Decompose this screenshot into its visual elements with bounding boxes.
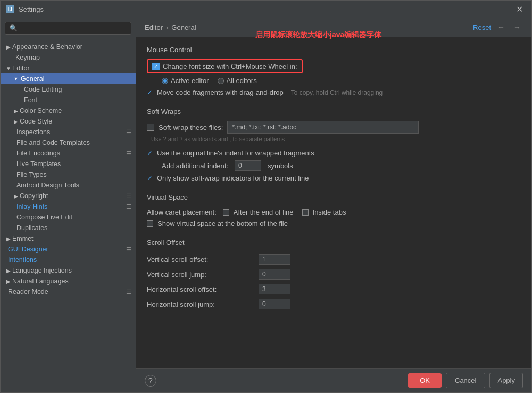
sidebar-item-android-design-tools[interactable]: Android Design Tools <box>1 180 136 191</box>
cancel-button[interactable]: Cancel <box>446 373 485 388</box>
move-code-label: Move code fragments with drag-and-drop <box>157 88 284 96</box>
sidebar-item-code-editing[interactable]: Code Editing <box>1 84 136 95</box>
sidebar-item-label: Code Style <box>20 118 52 125</box>
sidebar-item-file-types[interactable]: File Types <box>1 169 136 180</box>
expand-icon: ▶ <box>5 268 12 274</box>
sidebar-item-inlay-hints[interactable]: Inlay Hints ☰ <box>1 201 136 212</box>
sidebar-item-keymap[interactable]: Keymap <box>1 52 136 63</box>
additional-indent-input[interactable] <box>235 160 261 171</box>
sidebar-item-inspections[interactable]: Inspections ☰ <box>1 127 136 137</box>
horizontal-jump-label: Horizontal scroll jump: <box>147 300 259 308</box>
sidebar-item-label: Language Injections <box>12 267 72 274</box>
all-editors-radio[interactable] <box>218 78 224 84</box>
inside-tabs-checkbox[interactable] <box>302 209 309 216</box>
soft-wrap-files-row: Soft-wrap these files: <box>147 121 521 134</box>
titlebar: IJ Settings ✕ <box>1 1 531 18</box>
breadcrumb: Editor › General <box>145 23 196 31</box>
breadcrumb-separator: › <box>166 23 168 31</box>
sidebar-item-color-scheme[interactable]: ▶ Color Scheme <box>1 105 136 116</box>
horizontal-scroll-offset-row: Horizontal scroll offset: <box>147 282 521 297</box>
original-indent-checkmark: ✓ <box>147 149 153 157</box>
apply-button[interactable]: Apply <box>489 373 523 388</box>
expand-icon: ▶ <box>12 119 20 125</box>
sidebar-item-file-code-templates[interactable]: File and Code Templates <box>1 137 136 148</box>
soft-wrap-hint: Use ? and ? as wildcards and , to separa… <box>147 135 521 144</box>
change-font-label: Change font size with Ctrl+Mouse Wheel i… <box>163 62 297 70</box>
sidebar-item-copyright[interactable]: ▶ Copyright ☰ <box>1 191 136 201</box>
allow-caret-row: Allow caret placement: After the end of … <box>147 207 521 218</box>
titlebar-left: IJ Settings <box>6 5 44 13</box>
move-code-row: ✓ Move code fragments with drag-and-drop… <box>147 87 521 98</box>
move-code-hint: To copy, hold Ctrl while dragging <box>291 89 383 96</box>
badge-icon: ☰ <box>126 150 131 157</box>
sidebar-item-general[interactable]: ▼ General <box>1 73 136 84</box>
ok-button[interactable]: OK <box>408 373 442 388</box>
vertical-jump-input[interactable] <box>259 269 290 280</box>
active-editor-radio[interactable] <box>162 78 168 84</box>
forward-button[interactable]: → <box>511 22 523 32</box>
change-font-row: ✓ Change font size with Ctrl+Mouse Wheel… <box>147 59 521 73</box>
sidebar-item-editor[interactable]: ▼ Editor <box>1 63 136 73</box>
virtual-space-title: Virtual Space <box>147 193 521 201</box>
help-button[interactable]: ? <box>145 375 156 387</box>
sidebar-item-label: Keymap <box>15 54 40 61</box>
sidebar-item-live-templates[interactable]: Live Templates <box>1 159 136 169</box>
sidebar-item-intentions[interactable]: Intentions <box>1 255 136 265</box>
all-editors-radio-item[interactable]: All editors <box>218 77 257 85</box>
expand-icon: ▼ <box>5 66 12 71</box>
back-button[interactable]: ← <box>495 22 507 32</box>
sidebar-item-duplicates[interactable]: Duplicates <box>1 223 136 233</box>
soft-wrap-input[interactable] <box>227 121 419 134</box>
soft-wrap-indicators-label: Only show soft-wrap indicators for the c… <box>157 174 309 182</box>
sidebar-item-natural-languages[interactable]: ▶ Natural Languages <box>1 276 136 286</box>
move-code-checkmark: ✓ <box>147 88 153 96</box>
sidebar-item-gui-designer[interactable]: GUI Designer ☰ <box>1 244 136 255</box>
expand-icon: ▶ <box>5 44 12 50</box>
editor-radio-group: Active editor All editors <box>147 77 521 85</box>
sidebar-item-label: Code Editing <box>24 86 62 93</box>
sidebar-item-label: Natural Languages <box>12 277 69 285</box>
active-editor-label: Active editor <box>171 77 209 85</box>
horizontal-offset-label: Horizontal scroll offset: <box>147 285 259 293</box>
show-virtual-checkbox[interactable] <box>147 220 153 227</box>
badge-icon: ☰ <box>126 246 131 253</box>
vertical-offset-input[interactable] <box>259 254 290 265</box>
allow-caret-label: Allow caret placement: <box>147 208 217 216</box>
search-input[interactable] <box>5 22 131 35</box>
soft-wrap-checkbox[interactable] <box>147 124 154 131</box>
additional-indent-label: Add additional indent: <box>162 162 228 170</box>
sidebar-item-language-injections[interactable]: ▶ Language Injections <box>1 265 136 276</box>
change-font-highlighted-box: ✓ Change font size with Ctrl+Mouse Wheel… <box>147 59 303 73</box>
sidebar-item-label: Inlay Hints <box>16 203 47 210</box>
sidebar-item-label: General <box>21 75 44 83</box>
badge-icon: ☰ <box>126 203 131 210</box>
after-end-checkbox[interactable] <box>223 209 229 216</box>
window-title: Settings <box>19 5 44 13</box>
vertical-jump-label: Vertical scroll jump: <box>147 271 259 279</box>
sidebar-item-reader-mode[interactable]: Reader Mode ☰ <box>1 286 136 297</box>
sidebar-item-label: Emmet <box>12 235 34 242</box>
badge-icon: ☰ <box>126 129 131 136</box>
breadcrumb-bar: Editor › General 启用鼠标滚轮放大缩小java编辑器字体 Res… <box>136 18 531 37</box>
change-font-checkbox[interactable]: ✓ <box>152 63 160 70</box>
inside-tabs-label: Inside tabs <box>313 208 346 216</box>
sidebar-item-emmet[interactable]: ▶ Emmet <box>1 233 136 244</box>
active-editor-radio-item[interactable]: Active editor <box>162 77 209 85</box>
horizontal-jump-input[interactable] <box>259 299 290 309</box>
close-icon[interactable]: ✕ <box>513 3 526 15</box>
additional-indent-row: Add additional indent: symbols <box>147 159 521 173</box>
horizontal-offset-input[interactable] <box>259 284 290 294</box>
reset-button[interactable]: Reset <box>473 23 491 31</box>
sidebar-item-label: File Types <box>16 171 47 178</box>
sidebar-item-file-encodings[interactable]: File Encodings ☰ <box>1 148 136 159</box>
soft-wrap-label: Soft-wrap these files: <box>159 124 223 132</box>
sidebar-item-font[interactable]: Font <box>1 95 136 105</box>
original-indent-label: Use the original line's indent for wrapp… <box>157 149 314 157</box>
sidebar-item-code-style[interactable]: ▶ Code Style <box>1 116 136 127</box>
sidebar-item-label: Font <box>24 96 37 104</box>
sidebar-item-label: Duplicates <box>16 224 47 232</box>
search-box <box>1 18 136 39</box>
expand-icon: ▶ <box>5 279 12 284</box>
sidebar-item-compose-live-edit[interactable]: Compose Live Edit <box>1 212 136 223</box>
sidebar-item-appearance[interactable]: ▶ Appearance & Behavior <box>1 42 136 52</box>
